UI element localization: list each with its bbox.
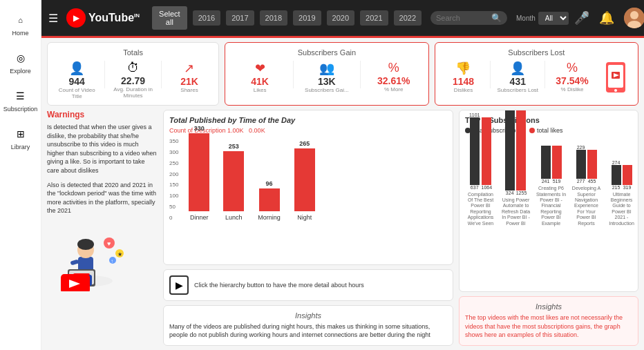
dislike-pct-value: 37.54%: [556, 75, 588, 86]
center-panels: Total Published by Time of the Day Count…: [163, 110, 453, 346]
divider4: [360, 61, 361, 88]
year-2019-button[interactable]: 2019: [293, 10, 321, 26]
avg-duration-label: Avg. Duration in Minutes: [109, 86, 156, 99]
bottom-row: Warnings Is detected that when the user …: [47, 110, 638, 346]
top5-label-2: Creating P6 Statements In Power BI - Fin…: [536, 186, 567, 226]
svg-text:♥: ♥: [107, 240, 111, 247]
sidebar-item-library[interactable]: ⊞ Library: [0, 119, 41, 157]
divider2: [161, 61, 162, 88]
top5-red-0: [482, 117, 491, 185]
legend-label-likes: total likes: [537, 127, 563, 134]
bar-Morning: [259, 188, 280, 211]
girl-illustration: ♥ ★ ↑: [47, 222, 158, 293]
shares-value: 21K: [180, 76, 198, 87]
chart-wrapper: 350 300 250 200 150 100 50 0 330: [169, 138, 447, 221]
logo-text: YouTubeIN: [88, 12, 140, 24]
thumbs-down-icon: 👎: [455, 61, 471, 76]
subscription-icon: ☰: [13, 88, 28, 104]
svg-point-5: [614, 89, 617, 92]
bar-group-morning: 96 Morning: [258, 180, 281, 221]
top5-label-3: Developing A Superior Navigation Experie…: [571, 186, 602, 226]
year-2017-button[interactable]: 2017: [226, 10, 254, 26]
top5-red-3: [587, 150, 597, 179]
top5-label-1: Using Power Automate to Refresh Data In …: [500, 197, 531, 226]
bar-group-night: 265 Night: [294, 140, 315, 221]
year-2016-button[interactable]: 2016: [193, 10, 220, 26]
bar-value-Dinner: 330: [194, 125, 205, 132]
header-icons: 🎤 🔔: [574, 8, 644, 28]
search-input[interactable]: [436, 14, 491, 22]
dislikes-value: 1148: [453, 76, 474, 87]
totals-metrics: 👤 944 Count of Video Title ⏱ 22.79 Avg. …: [53, 61, 213, 99]
search-icon: 🔍: [491, 13, 502, 23]
select-all-button[interactable]: Select all: [152, 6, 187, 30]
top5-bar-group-3: 229 277 455 Developing A Superior Naviga…: [571, 145, 602, 226]
top-cards-row: Totals 👤 944 Count of Video Title ⏱ 22.7…: [47, 42, 638, 106]
top5-black-3: [576, 150, 586, 179]
month-select[interactable]: All: [538, 12, 569, 25]
likes-metric: ❤ 41K Likes: [231, 61, 289, 93]
user-plus-icon: 👥: [319, 61, 334, 76]
svg-text:★: ★: [117, 251, 122, 257]
more-pct-label: % More: [384, 86, 404, 93]
sidebar-item-subscription[interactable]: ☰ Subscription: [0, 81, 41, 119]
sidebar-label-explore: Explore: [10, 68, 31, 75]
user-minus-icon: 👤: [510, 61, 525, 76]
year-2022-button[interactable]: 2022: [394, 10, 422, 26]
svg-point-1: [630, 11, 638, 19]
month-label: Month: [516, 14, 536, 22]
bar-Dinner: [189, 133, 209, 211]
microphone-icon[interactable]: 🎤: [574, 10, 589, 26]
divider1: [104, 61, 105, 88]
bar-value-Night: 265: [299, 140, 310, 147]
warnings-panel: Warnings Is detected that when the user …: [47, 110, 158, 346]
top5-red-2: [552, 146, 562, 179]
warnings-title: Warnings: [47, 110, 158, 119]
top5-bar-group-2: 241 519 Creating P6 Statements In Power …: [536, 146, 567, 226]
sidebar-item-explore[interactable]: ◎ Explore: [0, 43, 41, 81]
top5-chart: 1101 637 1064 Compilation Of The Best Po…: [465, 137, 632, 226]
year-2020-button[interactable]: 2020: [327, 10, 354, 26]
search-area[interactable]: 🔍: [430, 11, 507, 25]
more-pct-metric: % 32.61% % More: [365, 61, 423, 93]
bar-group-dinner: 330 Dinner: [189, 125, 209, 221]
top5-black-1: [505, 110, 515, 191]
bar-label-Dinner: Dinner: [190, 214, 209, 221]
percent-icon: %: [388, 61, 399, 75]
top5-bars-1: 324 1170 1255: [505, 110, 527, 195]
logo-circle: ▶: [66, 8, 86, 28]
warnings-text2: Also is detected that 2020 and 2021 in t…: [47, 181, 158, 215]
bar-value-Morning: 96: [266, 180, 273, 187]
play-button[interactable]: ▶: [169, 275, 189, 295]
bar-Night: [294, 148, 315, 211]
right-insights-title: Insights: [465, 302, 632, 311]
y-axis: 350 300 250 200 150 100 50 0: [169, 138, 178, 221]
top5-red-4: [623, 165, 632, 185]
sidebar-label-subscription: Subscription: [3, 106, 38, 113]
explore-icon: ◎: [13, 50, 28, 66]
sidebar-label-library: Library: [11, 144, 30, 150]
month-filter-area: Month All: [516, 12, 569, 25]
dislike-pct-label: % Dislike: [561, 86, 584, 93]
top5-black-4: [612, 165, 621, 185]
percent2-icon: %: [567, 61, 578, 75]
avatar[interactable]: [624, 8, 644, 28]
subtitle-max: 0.00K: [249, 127, 265, 134]
subs-lost-metric: 👤 431 Subscribers Lost: [495, 61, 540, 93]
video-count-value: 944: [69, 76, 85, 87]
year-2021-button[interactable]: 2021: [360, 10, 388, 26]
bell-icon[interactable]: 🔔: [599, 10, 614, 26]
hamburger-menu[interactable]: ☰: [48, 12, 58, 25]
bar-value-Lunch: 253: [229, 143, 239, 150]
sidebar-item-home[interactable]: ⌂ Home: [0, 6, 41, 43]
top5-bar-group-1: 324 1170 1255 Using Power Automate to Re…: [500, 110, 531, 226]
year-2018-button[interactable]: 2018: [260, 10, 287, 26]
bar-chart-title: Total Published by Time of the Day: [169, 116, 447, 124]
play-icon: ▶: [176, 280, 183, 291]
bar-chart-subtitle: Count of Description 1.00K 0.00K: [169, 127, 447, 134]
avg-duration-value: 22.79: [121, 75, 145, 86]
heart-icon: ❤: [255, 61, 265, 76]
svg-point-11: [77, 239, 94, 250]
dislike-pct-metric: % 37.54% % Dislike: [549, 61, 595, 93]
sidebar: ⌂ Home ◎ Explore ☰ Subscription ⊞ Librar…: [0, 0, 41, 350]
